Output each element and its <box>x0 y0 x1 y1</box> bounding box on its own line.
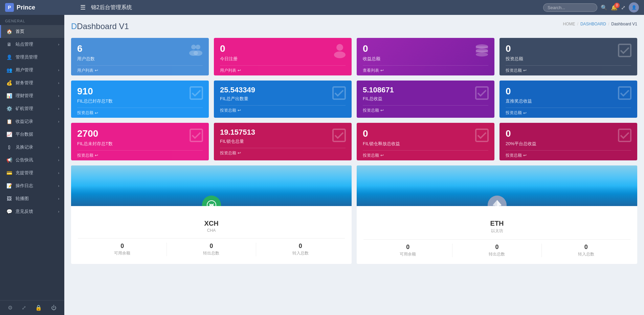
stat-label-total-users: 用户总数 <box>77 56 203 62</box>
stat-value-total-users: 6 <box>77 43 203 54</box>
settings-icon[interactable]: ⚙ <box>8 305 13 311</box>
platform-icon: 📈 <box>6 132 12 137</box>
breadcrumb-home[interactable]: HOME <box>563 22 575 26</box>
eth-out-value: 0 <box>456 244 538 251</box>
investment-icon: 📊 <box>6 93 12 98</box>
stat-footer-fil-unsealed[interactable]: 投资总额 ↩ <box>77 150 203 160</box>
exchange-icon: ₿ <box>6 144 12 150</box>
power-icon[interactable]: ⏻ <box>51 305 57 311</box>
eth-in-value: 0 <box>545 244 627 251</box>
admin-icon: 👤 <box>6 54 12 60</box>
stat-label-fil-output: FIL总产出数量 <box>220 96 346 102</box>
stat-card-fil-earnings: 5.108671 FIL总收益 投资总额 ↩ <box>357 81 494 118</box>
sidebar-item-platform[interactable]: 📈 平台数据 <box>0 128 64 141</box>
stat-footer-total-income[interactable]: 查看列表 ↩ <box>363 65 488 75</box>
avatar[interactable]: 👤 <box>629 2 639 13</box>
stat-icon-check-8 <box>474 128 489 146</box>
stats-row-3: 2700 FIL总未封存总T数 投资总额 ↩ 19.157513 FIL锁仓总量 <box>71 123 637 160</box>
arrow-icon-11: › <box>58 197 59 201</box>
notification-button[interactable]: 🔔 0 <box>611 4 618 11</box>
carousel-icon: 🖼 <box>6 196 12 201</box>
stat-value-today-reg: 0 <box>220 43 346 54</box>
breadcrumb-dashboard[interactable]: DASHBOARD <box>580 22 606 26</box>
stat-footer-total-invest[interactable]: 投资总额 ↩ <box>506 65 631 75</box>
sidebar-label-earnings: 收益记录 <box>16 118 33 125</box>
sidebar-item-site[interactable]: 🖥 站点管理 › <box>0 38 64 51</box>
sidebar-label-admin: 管理员管理 <box>16 54 38 60</box>
fullscreen-icon[interactable]: ⤢ <box>22 305 26 311</box>
eth-in-label: 转入总数 <box>545 251 627 257</box>
sidebar-item-home[interactable]: 🏠 首页 <box>0 25 64 38</box>
svg-rect-12 <box>190 87 202 99</box>
sidebar-item-users[interactable]: 👥 用户管理 › <box>0 64 64 76</box>
arrow-icon-10: › <box>58 184 59 188</box>
stat-value-fil-output: 25.543349 <box>220 86 346 94</box>
xch-stat-available: 0 可用余额 <box>78 243 167 256</box>
arrow-icon-7: › <box>58 145 59 149</box>
breadcrumb: HOME / DASHBOARD / Dashboard V1 <box>563 22 637 26</box>
panel-eth-image <box>357 165 637 206</box>
stat-footer-today-reg[interactable]: 用户列表 ↩ <box>220 65 346 75</box>
sidebar-item-earnings[interactable]: 📋 收益记录 › <box>0 115 64 128</box>
sidebar-label-logs: 操作日志 <box>16 183 33 189</box>
stat-footer-fil-lock-release[interactable]: 投资总额 ↩ <box>363 150 488 160</box>
sidebar-item-investment[interactable]: 📊 理财管理 › <box>0 89 64 102</box>
stat-label-fil-lock-release: FIL锁仓释放总收益 <box>363 141 488 147</box>
sidebar-item-finance[interactable]: 💰 财务管理 › <box>0 76 64 89</box>
stat-footer-fil-locked[interactable]: 投资总额 ↩ <box>220 148 346 158</box>
earnings-icon: 📋 <box>6 119 12 124</box>
sidebar-item-miner[interactable]: ⚙️ 矿机管理 › <box>0 102 64 115</box>
eth-stat-available: 0 可用余额 <box>363 244 452 257</box>
stat-value-fil-unsealed: 2700 <box>77 128 203 139</box>
stat-card-fil-sealed: 910 FIL总已封存总T数 投资总额 ↩ <box>71 81 209 118</box>
svg-point-5 <box>334 51 346 58</box>
stat-footer-total-users[interactable]: 用户列表 ↩ <box>77 65 203 75</box>
eth-stats: 0 可用余额 0 转出总数 0 转入总数 <box>363 239 630 257</box>
stat-card-total-invest: 0 投资总额 投资总额 ↩ <box>499 38 637 75</box>
arrow-icon-2: › <box>58 68 59 72</box>
stat-value-total-income: 0 <box>363 43 488 54</box>
sidebar-item-exchange[interactable]: ₿ 兑换记录 › <box>0 141 64 154</box>
main-content: DDashboard V1 HOME / DASHBOARD / Dashboa… <box>64 15 644 315</box>
sidebar-item-feedback[interactable]: 💬 意见反馈 › <box>0 205 64 218</box>
stat-label-fil-unsealed: FIL总未封存总T数 <box>77 141 203 147</box>
stat-card-platform-income: 0 20%平台总收益 投资总额 ↩ <box>499 123 637 160</box>
hamburger-button[interactable]: ☰ <box>77 4 88 11</box>
stat-value-fil-lock-release: 0 <box>363 128 488 139</box>
sidebar-label-platform: 平台数据 <box>16 131 33 137</box>
stat-value-fil-sealed: 910 <box>77 86 203 97</box>
sidebar-item-admin[interactable]: 👤 管理员管理 <box>0 51 64 64</box>
search-button[interactable]: 🔍 <box>601 4 607 11</box>
stat-label-total-invest: 投资总额 <box>506 56 631 62</box>
search-input[interactable] <box>543 3 597 12</box>
svg-point-0 <box>191 45 196 49</box>
sidebar-label-home: 首页 <box>16 28 24 35</box>
stat-card-total-users: 6 用户总数 用户列表 ↩ <box>71 38 209 75</box>
expand-button[interactable]: ⤢ <box>621 4 625 11</box>
stat-value-fil-locked: 19.157513 <box>220 128 346 137</box>
sidebar-item-logs[interactable]: 📝 操作日志 › <box>0 179 64 192</box>
sidebar-label-feedback: 意见反馈 <box>16 208 33 215</box>
stat-footer-fil-earnings[interactable]: 投资总额 ↩ <box>363 105 488 115</box>
app-name: Prince <box>17 4 35 11</box>
stat-value-total-invest: 0 <box>506 43 631 54</box>
sidebar-item-carousel[interactable]: 🖼 轮播图 › <box>0 192 64 205</box>
sidebar-label-miner: 矿机管理 <box>16 106 33 112</box>
stat-footer-direct-bonus[interactable]: 投资总额 ↩ <box>506 108 631 118</box>
lock-icon[interactable]: 🔒 <box>35 305 42 311</box>
svg-point-3 <box>194 50 202 56</box>
stat-footer-fil-sealed[interactable]: 投资总额 ↩ <box>77 108 203 118</box>
sidebar-item-recharge[interactable]: 💳 充提管理 › <box>0 166 64 179</box>
stat-icon-check-6 <box>189 128 204 146</box>
sidebar-label-users: 用户管理 <box>16 67 33 73</box>
svg-rect-14 <box>476 87 488 99</box>
stat-footer-fil-output[interactable]: 投资总额 ↩ <box>220 105 346 115</box>
stat-footer-platform-income[interactable]: 投资总额 ↩ <box>506 150 631 160</box>
sidebar-item-notice[interactable]: 📢 公告快讯 › <box>0 154 64 166</box>
top-header: P Prince ☰ 锦2后台管理系统 🔍 🔔 0 ⤢ 👤 <box>0 0 644 15</box>
eth-available-label: 可用余额 <box>367 251 449 257</box>
sidebar-bottom: ⚙ ⤢ 🔒 ⏻ <box>0 300 64 315</box>
svg-point-4 <box>336 44 343 51</box>
breadcrumb-current: Dashboard V1 <box>611 22 637 26</box>
sidebar: GENERAL 🏠 首页 🖥 站点管理 › 👤 管理员管理 👥 用户管理 › 💰 <box>0 15 64 315</box>
